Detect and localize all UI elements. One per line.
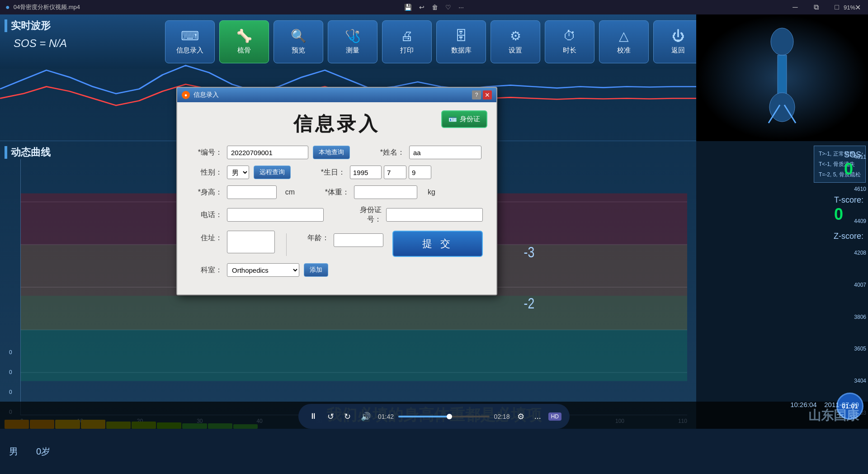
- undo-icon[interactable]: ↩: [419, 4, 425, 11]
- play-pause-btn[interactable]: ⏸: [307, 410, 320, 423]
- weight-unit: kg: [422, 188, 435, 196]
- volume-btn[interactable]: 🔊: [358, 410, 373, 423]
- phone-label: 电话：: [191, 210, 222, 220]
- waveform-bar: [5, 19, 7, 32]
- minimize-btn[interactable]: ─: [785, 0, 806, 14]
- media-controls[interactable]: ⏸ ↺ ↻ 🔊 01:42 02:18 ⚙ ... HD: [298, 404, 570, 429]
- gender-label: 性别：: [191, 168, 222, 177]
- scores-panel: T>-1, 正常范围 T<-1, 骨质流失 T=-2, 5, 骨质疏松 SOS:…: [696, 141, 868, 429]
- time-total: 02:18: [494, 413, 510, 420]
- y-right-4007: 4007: [854, 282, 866, 288]
- maximize-btn[interactable]: □: [826, 0, 847, 14]
- bottom-bar: 男 0岁: [0, 429, 868, 474]
- dob-label: *生日：: [314, 168, 345, 177]
- heart-icon[interactable]: ♡: [445, 4, 451, 11]
- svg-point-2: [769, 93, 795, 122]
- height-input[interactable]: [227, 185, 277, 199]
- dob-day-input[interactable]: [409, 166, 431, 179]
- dialog-heading: 信息录入: [191, 111, 483, 137]
- form-row-dept: 科室： Orthopedics Internal Medicine Cardio…: [191, 263, 483, 277]
- phone-input[interactable]: [227, 208, 324, 222]
- weight-label: *体重：: [318, 188, 349, 197]
- progress-dot: [447, 414, 452, 419]
- remote-query-btn[interactable]: 远程查询: [254, 166, 291, 179]
- id-card-btn[interactable]: 🪪 身份证: [441, 110, 487, 128]
- form-row-number: *编号： 本地查询 *姓名：: [191, 146, 483, 159]
- address-input[interactable]: [227, 231, 275, 253]
- info-dialog: ● 信息录入 ? ✕ 信息录入 🪪 身份证 *编号： 本地查询 *姓名： 性别: [176, 87, 497, 295]
- y-right-3806: 3806: [854, 314, 866, 320]
- y-right-3404: 3404: [854, 378, 866, 384]
- dept-select[interactable]: Orthopedics Internal Medicine Cardiology: [227, 263, 299, 277]
- age-input[interactable]: [334, 233, 383, 247]
- svg-rect-11: [20, 296, 687, 330]
- form-row-phone: 电话： 身份证号：: [191, 205, 483, 224]
- form-row-height: *身高： cm *体重： kg: [191, 185, 483, 199]
- id-card-label: 身份证: [460, 115, 480, 123]
- address-label: 住址：: [191, 233, 222, 243]
- more-icon[interactable]: ···: [458, 4, 464, 11]
- hd-btn[interactable]: HD: [548, 412, 561, 421]
- progress-fill: [398, 416, 449, 417]
- submit-btn[interactable]: 提 交: [392, 231, 483, 257]
- y-label-0b: 0: [9, 369, 18, 375]
- form-row-address: 住址： 年龄： 提 交: [191, 231, 483, 257]
- dialog-help-btn[interactable]: ?: [472, 90, 481, 100]
- dialog-icon: ●: [182, 91, 190, 99]
- dept-label: 科室：: [191, 265, 222, 275]
- dynamic-title: 动态曲线: [11, 146, 51, 159]
- y-right-4208: 4208: [854, 250, 866, 256]
- svg-point-0: [771, 28, 793, 55]
- age-display: 0岁: [36, 446, 50, 458]
- title-filename: 04骨密度分析仪视频.mp4: [14, 3, 80, 11]
- gender-select[interactable]: 男 女: [227, 166, 249, 179]
- dob-month-input[interactable]: [384, 166, 406, 179]
- forward-btn[interactable]: ↻: [341, 410, 354, 423]
- y-right-4409: 4409: [854, 218, 866, 224]
- height-label: *身高：: [191, 188, 222, 197]
- id-card-icon: 🪪: [448, 115, 457, 123]
- number-input[interactable]: [227, 146, 308, 159]
- bone-img-inner: [696, 14, 868, 141]
- svg-rect-10: [20, 330, 687, 381]
- restore-btn[interactable]: ⧉: [806, 0, 826, 14]
- gender-display: 男: [9, 446, 18, 458]
- dialog-titlebar: ● 信息录入 ? ✕: [177, 88, 496, 102]
- y-label-0a: 0: [9, 349, 18, 356]
- window-controls: ─ ⧉ □ ✕: [785, 0, 868, 14]
- title-center-actions: 💾 ↩ 🗑 ♡ ···: [404, 0, 464, 14]
- name-input[interactable]: [409, 146, 481, 159]
- title-bar: ● 04骨密度分析仪视频.mp4 💾 ↩ 🗑 ♡ ··· 91% ─ ⧉ □ ✕: [0, 0, 868, 14]
- app-container: ⌨ 信息录入 🦴 梳骨 🔍 预览 🩺 测量 🖨 打印 🗄 数据库 ⚙ 设置 ⏱: [0, 14, 868, 474]
- name-label: *姓名：: [373, 148, 405, 157]
- add-dept-btn[interactable]: 添加: [304, 263, 328, 277]
- time-current: 01:42: [378, 413, 394, 420]
- y-right-4811: 4811: [854, 154, 866, 160]
- dialog-close-btn[interactable]: ✕: [483, 90, 492, 100]
- close-btn[interactable]: ✕: [847, 0, 868, 14]
- number-label: *编号：: [191, 148, 222, 157]
- bone-image: [696, 14, 868, 141]
- progress-bar[interactable]: [398, 416, 490, 417]
- save-icon[interactable]: 💾: [404, 4, 412, 11]
- dialog-title: 信息录入: [193, 91, 472, 99]
- weight-input[interactable]: [354, 185, 417, 199]
- svg-text:-2: -2: [524, 294, 535, 312]
- waveform-title: 实时波形: [11, 19, 51, 33]
- y-right-3605: 3605: [854, 346, 866, 352]
- local-query-btn[interactable]: 本地查询: [313, 146, 350, 159]
- dialog-body: 信息录入 🪪 身份证 *编号： 本地查询 *姓名： 性别： 男 女: [177, 102, 496, 294]
- dob-year-input[interactable]: [350, 166, 382, 179]
- age-label: 年龄：: [297, 233, 329, 243]
- y-right-4610: 4610: [854, 186, 866, 192]
- form-row-gender: 性别： 男 女 远程查询 *生日：: [191, 166, 483, 179]
- id-number-input[interactable]: [386, 208, 483, 222]
- rewind-btn[interactable]: ↺: [325, 410, 337, 423]
- trash-icon[interactable]: 🗑: [432, 4, 438, 11]
- settings-btn[interactable]: ⚙: [514, 410, 527, 423]
- watermark: 山东国康: [808, 407, 859, 424]
- height-unit: cm: [281, 188, 295, 196]
- more-btn[interactable]: ...: [532, 410, 544, 423]
- y-label-0c: 0: [9, 389, 18, 395]
- dob-fields: [350, 166, 431, 179]
